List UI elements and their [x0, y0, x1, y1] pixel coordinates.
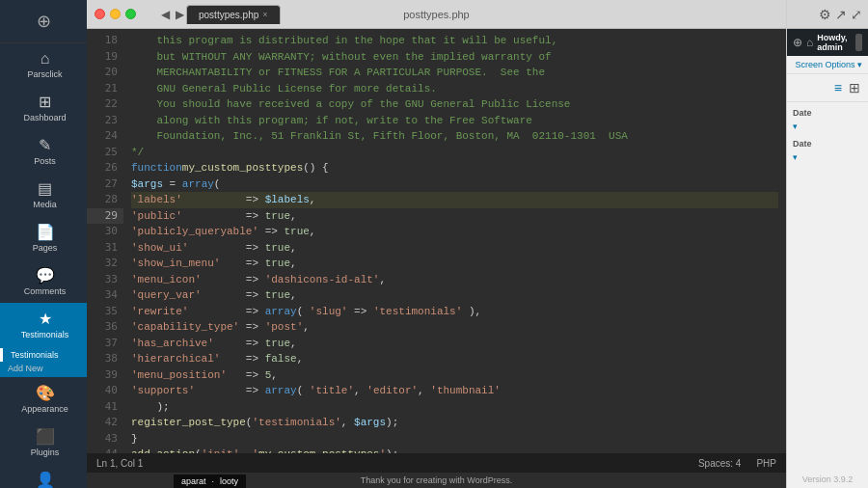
line-number: 27 [87, 176, 123, 193]
tab-label: posttypes.php [199, 10, 258, 20]
wp-logo-small-icon[interactable]: ⊕ [793, 36, 802, 49]
tab-nav-arrows: ◀ ▶ [159, 8, 186, 21]
sidebar-item-testimonials[interactable]: ★ Testimonials [0, 303, 87, 346]
code-line: 'labels' => $labels, [131, 192, 778, 208]
line-number: 20 [87, 65, 123, 81]
code-line: */ [131, 145, 778, 161]
code-line: 'show_ui' => true, [131, 240, 778, 257]
code-line: but WITHOUT ANY WARRANTY; without even t… [131, 49, 778, 66]
sidebar-item-dashboard[interactable]: ⊞ Dashboard [0, 86, 87, 129]
close-window-button[interactable] [95, 9, 105, 19]
code-line: along with this program; if not, write t… [131, 113, 778, 129]
dashboard-icon: ⊞ [39, 93, 51, 111]
sidebar-item-users[interactable]: 👤 Users [0, 464, 87, 488]
tab-posttypes[interactable]: posttypes.php × [186, 5, 281, 24]
sidebar-sub-add-new[interactable]: Add New [0, 362, 87, 375]
sidebar-item-media[interactable]: ▤ Media [0, 173, 87, 216]
right-top-bar: ⚙ ↗ ⤢ [787, 0, 868, 29]
cursor-position: Ln 1, Col 1 [96, 458, 143, 469]
gear-icon[interactable]: ⚙ [819, 7, 831, 22]
line-numbers: 1819202122232425262728293031323334353637… [87, 29, 123, 453]
sidebar-item-comments[interactable]: 💬 Comments [0, 259, 87, 303]
wp-icon: ⊕ [30, 8, 57, 35]
line-number: 26 [87, 160, 123, 176]
code-editor: 1819202122232425262728293031323334353637… [87, 29, 786, 453]
admin-avatar[interactable] [855, 34, 862, 51]
window-controls [95, 9, 136, 19]
code-line: 'has_archive' => true, [131, 336, 778, 352]
home-small-icon[interactable]: ⌂ [806, 36, 813, 49]
howdy-text: Howdy, admin [817, 33, 847, 52]
code-line: 'supports' => array( 'title', 'editor', … [131, 383, 778, 399]
section2-item[interactable]: ▾ [787, 150, 868, 164]
sidebar-item-pages[interactable]: 📄 Pages [0, 216, 87, 259]
code-line: You should have received a copy of the G… [131, 96, 778, 113]
sidebar-item-parsclick[interactable]: ⌂ Parsclick [0, 43, 87, 86]
line-number: 43 [87, 431, 123, 447]
line-number: 18 [87, 33, 123, 49]
line-number: 19 [87, 49, 123, 66]
media-icon: ▤ [38, 179, 52, 198]
line-number: 29 [87, 208, 123, 225]
line-number: 36 [87, 319, 123, 336]
minimize-window-button[interactable] [110, 9, 121, 19]
line-number: 31 [87, 240, 123, 257]
language-mode: PHP [756, 458, 776, 469]
section1-item[interactable]: ▾ [787, 120, 868, 133]
tab-close-button[interactable]: × [262, 10, 267, 19]
line-number: 40 [87, 383, 123, 399]
tab-next-arrow[interactable]: ▶ [174, 8, 186, 21]
plugins-icon: ⬛ [36, 427, 55, 446]
code-line: MERCHANTABILITY or FITNESS FOR A PARTICU… [131, 65, 778, 81]
line-number: 44 [87, 447, 123, 453]
code-line: 'publicly_queryable' => true, [131, 224, 778, 240]
line-number: 22 [87, 96, 123, 113]
code-content[interactable]: this program is distributed in the hope … [123, 29, 786, 453]
share-icon[interactable]: ↗ [835, 7, 847, 22]
section2-label: Date [787, 133, 868, 150]
tab-bar: ◀ ▶ posttypes.php × [151, 5, 281, 24]
sidebar-item-posts[interactable]: ✎ Posts [0, 129, 87, 173]
line-number: 24 [87, 128, 123, 145]
aparat-brand: aparat [181, 476, 206, 486]
tab-prev-arrow[interactable]: ◀ [159, 8, 172, 21]
line-number: 23 [87, 113, 123, 129]
maximize-window-button[interactable] [125, 9, 136, 19]
code-line: } [131, 431, 778, 447]
line-number: 37 [87, 336, 123, 352]
grid-view-button[interactable]: ⊞ [847, 78, 862, 97]
line-number: 39 [87, 367, 123, 384]
line-number: 42 [87, 415, 123, 431]
code-line: 'query_var' => true, [131, 287, 778, 304]
home-icon: ⌂ [41, 50, 50, 68]
code-line: function my_custom_posttypes() { [131, 160, 778, 176]
comments-icon: 💬 [36, 266, 55, 285]
code-line: 'show_in_menu' => true, [131, 256, 778, 272]
code-line: ); [131, 399, 778, 416]
wp-sidebar: ⊕ ⌂ Parsclick ⊞ Dashboard ✎ Posts ▤ Medi… [0, 0, 87, 488]
aparat-sub: looty [220, 476, 238, 486]
sidebar-item-plugins[interactable]: ⬛ Plugins [0, 420, 87, 464]
aparat-separator: · [212, 476, 215, 486]
sidebar-sub-testimonials[interactable]: Testimonials [0, 348, 87, 362]
version-info: Version 3.9.2 [787, 471, 868, 488]
file-title: posttypes.php [403, 9, 470, 20]
line-number: 33 [87, 272, 123, 288]
line-number: 32 [87, 256, 123, 272]
line-number: 21 [87, 81, 123, 97]
posts-icon: ✎ [39, 136, 51, 154]
code-line: 'rewrite' => array( 'slug' => 'testimoni… [131, 304, 778, 320]
aparat-watermark: aparat · looty [174, 474, 246, 488]
line-number: 41 [87, 399, 123, 416]
sidebar-item-label: Parsclick [27, 69, 62, 79]
line-number: 34 [87, 287, 123, 304]
sidebar-item-appearance[interactable]: 🎨 Appearance [0, 377, 87, 420]
list-view-button[interactable]: ≡ [832, 78, 844, 97]
line-number: 38 [87, 351, 123, 367]
screen-options-button[interactable]: Screen Options ▾ [787, 56, 868, 74]
appearance-icon: 🎨 [36, 384, 55, 402]
wp-logo[interactable]: ⊕ [0, 0, 87, 43]
expand-icon[interactable]: ⤢ [851, 7, 862, 22]
code-line: 'menu_position' => 5, [131, 367, 778, 384]
line-number: 25 [87, 145, 123, 161]
